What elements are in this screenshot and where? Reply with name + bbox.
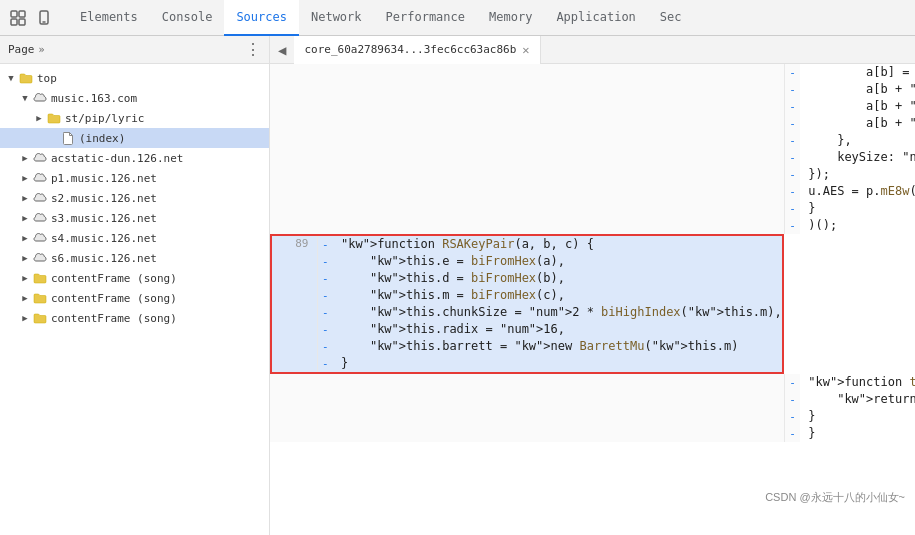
tree-item-icon bbox=[32, 170, 48, 186]
line-gutter: - bbox=[317, 287, 333, 304]
tree-item-label: st/pip/lyric bbox=[65, 112, 144, 125]
sidebar-chevron-icon: » bbox=[39, 44, 45, 55]
tab-icons-group bbox=[4, 8, 58, 28]
line-number bbox=[272, 287, 317, 304]
sidebar-tree-item[interactable]: ▶ s4.music.126.net bbox=[0, 228, 269, 248]
line-gutter: - bbox=[784, 183, 800, 200]
code-tab-close-icon[interactable]: ✕ bbox=[522, 44, 529, 56]
line-content: }); bbox=[800, 166, 915, 183]
sidebar-tree-item[interactable]: ▶ contentFrame (song) bbox=[0, 268, 269, 288]
line-gutter: - bbox=[784, 98, 800, 115]
line-gutter: - bbox=[317, 338, 333, 355]
code-line: - }, bbox=[270, 132, 915, 149]
sidebar-tree-item[interactable]: ▶ s2.music.126.net bbox=[0, 188, 269, 208]
tree-item-label: s6.music.126.net bbox=[51, 252, 157, 265]
line-number bbox=[272, 304, 317, 321]
tab-application[interactable]: Application bbox=[544, 0, 647, 36]
tree-arrow-icon: ▶ bbox=[32, 113, 46, 123]
tree-arrow-icon: ▶ bbox=[18, 233, 32, 243]
highlighted-region: 89-"kw">function RSAKeyPair(a, b, c) {- … bbox=[270, 234, 784, 374]
line-number bbox=[270, 98, 784, 115]
tree-item-icon bbox=[32, 190, 48, 206]
svg-rect-2 bbox=[11, 19, 17, 25]
line-gutter: - bbox=[784, 132, 800, 149]
tree-arrow-icon: ▶ bbox=[18, 213, 32, 223]
line-content: } bbox=[333, 355, 782, 372]
sidebar-tree-item[interactable]: ▶ contentFrame (song) bbox=[0, 288, 269, 308]
tab-elements[interactable]: Elements bbox=[68, 0, 150, 36]
line-content: u.AES = p.mE8w(d) bbox=[800, 183, 915, 200]
line-number bbox=[272, 338, 317, 355]
line-number bbox=[270, 374, 784, 391]
tree-arrow-icon: ▶ bbox=[18, 313, 32, 323]
code-panel: ◀ core_60a2789634...3fec6cc63ac86b ✕ - a… bbox=[270, 36, 915, 535]
line-gutter: - bbox=[317, 321, 333, 338]
sidebar-tree-item[interactable]: ▶ st/pip/lyric bbox=[0, 108, 269, 128]
code-file-tab[interactable]: core_60a2789634...3fec6cc63ac86b ✕ bbox=[294, 36, 540, 64]
line-number bbox=[272, 270, 317, 287]
tree-item-icon bbox=[32, 210, 48, 226]
line-number bbox=[270, 132, 784, 149]
line-gutter: - bbox=[784, 64, 800, 81]
line-content: "kw">function twoDigit(a) { bbox=[800, 374, 915, 391]
code-line: -} bbox=[270, 200, 915, 217]
line-content: "kw">this.barrett = "kw">new BarrettMu("… bbox=[333, 338, 782, 355]
code-line: -} bbox=[272, 355, 782, 372]
code-line: - a[b + "num">1] = s; bbox=[270, 81, 915, 98]
line-content: "kw">return ("num">10 > a ? "">0" : "") … bbox=[800, 391, 915, 408]
svg-rect-0 bbox=[11, 11, 17, 17]
line-content: } bbox=[800, 408, 915, 425]
tree-item-icon bbox=[32, 290, 48, 306]
line-content: a[b] = q; bbox=[800, 64, 915, 81]
code-line: - a[b + "num">3] = n bbox=[270, 115, 915, 132]
line-gutter: - bbox=[784, 425, 800, 442]
sidebar-tree-item[interactable]: ▶ s6.music.126.net bbox=[0, 248, 269, 268]
tab-memory[interactable]: Memory bbox=[477, 0, 544, 36]
tree-item-label: music.163.com bbox=[51, 92, 137, 105]
code-line: -}); bbox=[270, 166, 915, 183]
code-editor[interactable]: - a[b] = q;- a[b + "num">1] = s;- a[b + … bbox=[270, 64, 915, 535]
line-content: keySize: "num">8 bbox=[800, 149, 915, 166]
mobile-icon[interactable] bbox=[34, 8, 54, 28]
code-line: - "kw">this.d = biFromHex(b), bbox=[272, 270, 782, 287]
sidebar-tree-item[interactable]: ▶ contentFrame (song) bbox=[0, 308, 269, 328]
sidebar-tree-item[interactable]: (index) bbox=[0, 128, 269, 148]
line-gutter: - bbox=[317, 270, 333, 287]
sidebar-header: Page » ⋮ bbox=[0, 36, 269, 64]
line-gutter: - bbox=[317, 236, 333, 253]
sidebar-more-icon[interactable]: ⋮ bbox=[245, 42, 261, 58]
line-number bbox=[270, 166, 784, 183]
line-number bbox=[270, 408, 784, 425]
code-line: - "kw">return ("num">10 > a ? "">0" : ""… bbox=[270, 391, 915, 408]
line-content: "kw">this.chunkSize = "num">2 * biHighIn… bbox=[333, 304, 782, 321]
line-number bbox=[272, 355, 317, 372]
tab-performance[interactable]: Performance bbox=[374, 0, 477, 36]
tree-item-icon bbox=[32, 150, 48, 166]
sidebar-tree-item[interactable]: ▼ top bbox=[0, 68, 269, 88]
tree-item-label: contentFrame (song) bbox=[51, 272, 177, 285]
devtools-toggle-icon[interactable] bbox=[8, 8, 28, 28]
sidebar-tree-item[interactable]: ▶ s3.music.126.net bbox=[0, 208, 269, 228]
code-line: -u.AES = p.mE8w(d) bbox=[270, 183, 915, 200]
line-number bbox=[270, 149, 784, 166]
code-line: - "kw">this.m = biFromHex(c), bbox=[272, 287, 782, 304]
tab-sources[interactable]: Sources bbox=[224, 0, 299, 36]
tree-item-label: contentFrame (song) bbox=[51, 292, 177, 305]
code-panel-collapse-icon[interactable]: ◀ bbox=[278, 42, 286, 58]
sidebar-tree-item[interactable]: ▼ music.163.com bbox=[0, 88, 269, 108]
line-number bbox=[270, 425, 784, 442]
tree-item-icon bbox=[32, 90, 48, 106]
line-number bbox=[270, 200, 784, 217]
tree-arrow-icon: ▶ bbox=[18, 253, 32, 263]
sidebar-tree-item[interactable]: ▶ p1.music.126.net bbox=[0, 168, 269, 188]
tab-security[interactable]: Sec bbox=[648, 0, 694, 36]
tab-network[interactable]: Network bbox=[299, 0, 374, 36]
line-gutter: - bbox=[784, 217, 800, 234]
line-content: "kw">this.d = biFromHex(b), bbox=[333, 270, 782, 287]
tab-console[interactable]: Console bbox=[150, 0, 225, 36]
sidebar-tree-item[interactable]: ▶ acstatic-dun.126.net bbox=[0, 148, 269, 168]
line-content: a[b + "num">3] = n bbox=[800, 115, 915, 132]
code-line: - a[b + "num">2] = t; bbox=[270, 98, 915, 115]
code-line: -} bbox=[270, 425, 915, 442]
line-gutter: - bbox=[784, 166, 800, 183]
